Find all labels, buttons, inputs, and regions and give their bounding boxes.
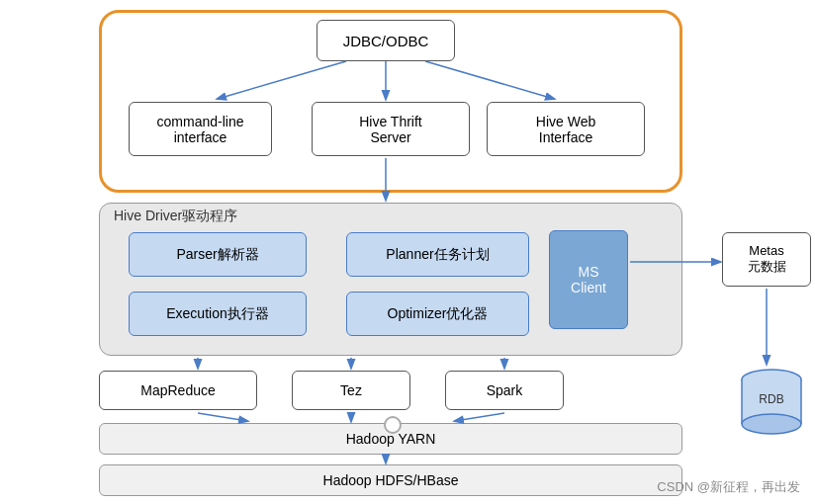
cli-box: command-lineinterface [129, 102, 272, 156]
planner-box: Planner任务计划 [346, 232, 529, 277]
tez-box: Tez [292, 371, 410, 410]
yarn-circle [384, 416, 402, 434]
mapreduce-box: MapReduce [99, 371, 257, 410]
svg-line-13 [198, 413, 247, 421]
rdb-svg: RDB [737, 366, 806, 435]
web-interface-box: Hive WebInterface [487, 102, 645, 156]
svg-line-15 [455, 413, 504, 421]
optimizer-box: Optimizer优化器 [346, 292, 529, 336]
thrift-server-box: Hive ThriftServer [312, 102, 470, 156]
watermark: CSDN @新征程，再出发 [657, 478, 800, 496]
driver-label: Hive Driver驱动程序 [114, 208, 237, 225]
ms-client-box: MSClient [549, 230, 628, 329]
parser-box: Parser解析器 [129, 232, 307, 277]
execution-box: Execution执行器 [129, 292, 307, 336]
hdfs-box: Hadoop HDFS/HBase [99, 464, 682, 496]
svg-text:RDB: RDB [759, 392, 783, 406]
rdb-cylinder: RDB [737, 366, 806, 435]
spark-box: Spark [445, 371, 564, 410]
svg-point-4 [742, 414, 801, 434]
jdbc-box: JDBC/ODBC [317, 20, 455, 61]
metastore-box: Metas元数据 [722, 232, 811, 287]
diagram-container: JDBC/ODBC command-lineinterface Hive Thr… [0, 0, 815, 504]
